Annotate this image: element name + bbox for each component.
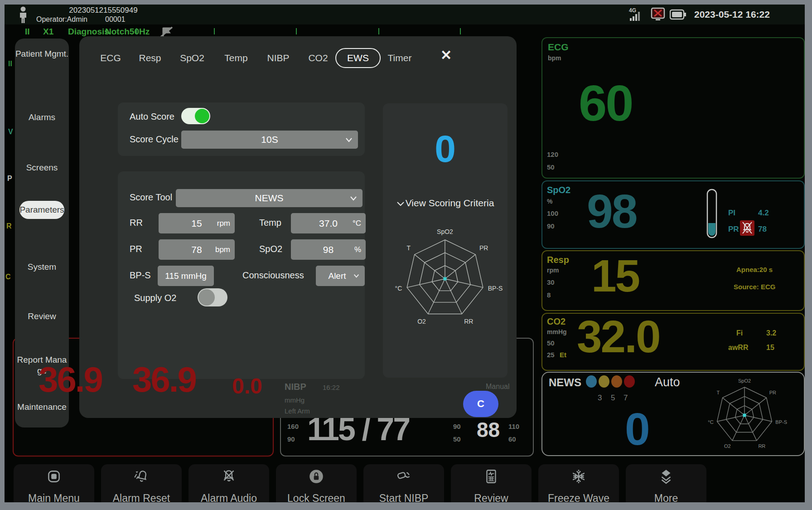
confirm-button[interactable]: C <box>463 391 498 417</box>
temp-field[interactable]: 37.0 °C <box>291 213 366 233</box>
sidebar-item-alarms[interactable]: Alarms <box>15 112 69 123</box>
auto-score-label: Auto Score <box>130 112 174 122</box>
co2-tile[interactable]: CO2 mmHg 50 25 Et 32.0 Fi 3.2 awRR 15 <box>541 313 805 371</box>
lock-screen-label: Lock Screen <box>276 492 357 502</box>
sidebar-item-review[interactable]: Review <box>15 311 69 322</box>
sidebar-item-patient-mgmt[interactable]: Patient Mgmt. <box>15 49 69 59</box>
pr-field[interactable]: 78 bpm <box>159 239 235 260</box>
sidebar-item-system[interactable]: System <box>15 262 69 272</box>
temp-t1-value: 36.9 <box>39 362 102 397</box>
tab-ecg[interactable]: ECG <box>100 53 121 63</box>
svg-text:BP-S: BP-S <box>488 285 503 292</box>
fi-value: 3.2 <box>766 329 776 337</box>
monitor-screen: 2023051215550949 Operator:Admin 00001 4G… <box>5 5 805 502</box>
svg-text:PR: PR <box>479 244 488 252</box>
bps-field-value: 115 mmHg <box>165 271 207 281</box>
tab-nibp[interactable]: NIBP <box>267 53 289 63</box>
ecg-tile[interactable]: ECG bpm 60 120 50 <box>541 37 805 179</box>
ecg-limit-low: 50 <box>547 163 555 171</box>
news-tile[interactable]: NEWS 3 5 7 Auto 0 SpO2PRBP-SRRO2°CT <box>541 372 805 456</box>
news-threshold-dot <box>599 375 609 388</box>
ecg-filter-label: Diagnosis <box>68 27 109 37</box>
news-threshold-1: 3 <box>598 393 602 403</box>
news-threshold-3: 7 <box>624 393 628 403</box>
start-nibp-button[interactable]: Start NIBP <box>363 464 444 502</box>
sidebar-item-parameters[interactable]: Parameters <box>19 201 64 219</box>
wave-label-co2: C <box>5 273 11 281</box>
temp-field-value: 37.0 <box>319 218 338 229</box>
patient-icon[interactable] <box>17 6 29 24</box>
tab-spo2[interactable]: SpO2 <box>180 53 204 63</box>
perfusion-bar-icon <box>706 189 717 238</box>
close-icon[interactable]: ✕ <box>440 47 452 63</box>
review-button[interactable]: Review <box>451 464 532 502</box>
pi-label: PI <box>728 209 735 218</box>
svg-text:°C: °C <box>708 419 713 425</box>
nibp-site: Left Arm <box>285 407 310 415</box>
view-scoring-criteria[interactable]: View Scoring Criteria <box>383 198 508 209</box>
news-dots <box>586 375 637 389</box>
tab-timer[interactable]: Timer <box>388 53 412 63</box>
news-mode: Auto <box>655 375 680 389</box>
resp-source: Source: ECG <box>734 283 776 291</box>
nibp-time: 16:22 <box>323 384 340 391</box>
apnea-setting: Apnea:20 s <box>736 266 773 273</box>
sidebar-item-screens[interactable]: Screens <box>15 162 69 173</box>
rr-field[interactable]: 15 rpm <box>159 213 235 233</box>
freeze-wave-button[interactable]: Freeze Wave <box>538 464 619 502</box>
rr-field-value: 15 <box>191 218 202 229</box>
bps-field[interactable]: 115 mmHg <box>158 266 214 286</box>
snowflake-icon <box>570 468 587 485</box>
bezel-right <box>805 0 812 510</box>
status-bar: 2023051215550949 Operator:Admin 00001 4G… <box>5 5 805 24</box>
nibp-sys-low: 90 <box>287 435 295 443</box>
ecg-gain-label: X1 <box>43 27 53 37</box>
spo2-tile[interactable]: SpO2 % 100 90 98 PI 4.2 PR 78 <box>541 180 805 249</box>
bezel-left <box>0 0 5 510</box>
lock-screen-button[interactable]: Lock Screen <box>276 464 357 502</box>
ecg-wave-spike <box>136 28 137 34</box>
news-score: 0 <box>625 406 649 452</box>
resp-tile[interactable]: Resp rpm 30 8 15 Apnea:20 s Source: ECG <box>541 250 805 311</box>
wave-label-pleth: P <box>7 175 12 183</box>
ecg-lead-label: II <box>25 27 30 37</box>
news-tile-label: NEWS <box>549 376 581 389</box>
pr-alarm-off-icon <box>740 220 754 236</box>
tab-co2[interactable]: CO2 <box>308 53 328 63</box>
alarm-audio-button[interactable]: Alarm Audio <box>188 464 269 502</box>
ews-score-value: 0 <box>383 130 508 168</box>
network-disconnected-icon <box>650 7 666 22</box>
ecg-tile-label: ECG <box>548 42 569 53</box>
awrr-label: awRR <box>728 344 748 352</box>
score-tool-group: Score Tool NEWS RR 15 rpm Temp 37.0 °C P… <box>118 171 365 379</box>
patient-id: 2023051215550949 <box>58 6 149 15</box>
notch-filter-label: Notch50Hz <box>105 27 150 37</box>
nibp-label: NIBP <box>285 382 306 392</box>
score-tool-label: Score Tool <box>130 192 172 203</box>
chevron-down-icon <box>396 201 405 206</box>
resp-limit-low: 8 <box>547 291 551 299</box>
freeze-wave-label: Freeze Wave <box>538 492 619 502</box>
tab-temp[interactable]: Temp <box>224 53 247 63</box>
score-cycle-select[interactable]: 10S <box>181 131 358 149</box>
main-menu-button[interactable]: Main Menu <box>14 464 94 502</box>
svg-text:O2: O2 <box>724 443 731 449</box>
spo2-field-unit: % <box>354 245 361 254</box>
tab-ews[interactable]: EWS <box>335 48 381 68</box>
alarm-reset-button[interactable]: Alarm Reset <box>101 464 182 502</box>
svg-text:RR: RR <box>464 318 473 325</box>
auto-score-toggle[interactable] <box>181 108 210 124</box>
more-button[interactable]: More <box>626 464 706 502</box>
sidebar-item-maintenance[interactable]: Maintenance <box>15 402 69 413</box>
more-layers-icon <box>657 468 675 485</box>
spo2-field[interactable]: 98 % <box>291 239 366 260</box>
spo2-limit-low: 90 <box>547 222 555 230</box>
bps-field-label: BP-S <box>130 270 151 281</box>
nibp-value: 115 / 77 <box>307 413 409 445</box>
svg-text:PR: PR <box>769 390 776 395</box>
score-tool-select[interactable]: NEWS <box>176 189 362 207</box>
consciousness-label: Consciousness <box>242 270 304 281</box>
consciousness-select[interactable]: Alert <box>316 266 365 286</box>
supply-o2-toggle[interactable] <box>198 288 227 306</box>
tab-resp[interactable]: Resp <box>139 53 161 63</box>
